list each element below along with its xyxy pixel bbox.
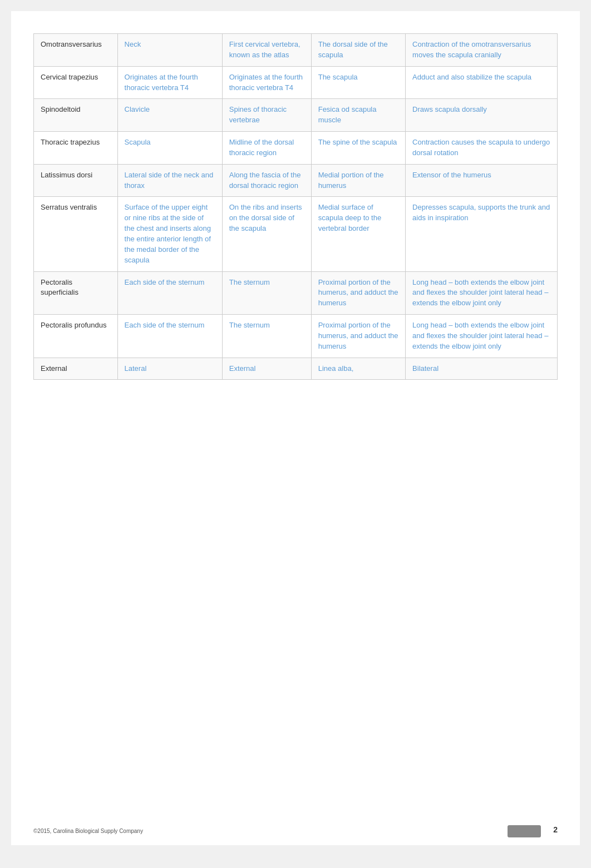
cell-4-4: Extensor of the humerus [406,164,558,197]
cell-5-0: Serratus ventralis [34,197,118,271]
cell-4-2: Along the fascia of the dorsal thoracic … [222,164,311,197]
cell-4-0: Latissimus dorsi [34,164,118,197]
cell-4-3: Medial portion of the humerus [311,164,405,197]
cell-5-2: On the ribs and inserts on the dorsal si… [222,197,311,271]
cell-5-1: Surface of the upper eight or nine ribs … [117,197,222,271]
cell-2-2: Spines of thoracic vertebrae [222,99,311,132]
cell-1-4: Adduct and also stabilize the scapula [406,66,558,99]
cell-7-4: Long head – both extends the elbow joint… [406,315,558,358]
cell-8-2: External [222,358,311,380]
cell-7-0: Pectoralis profundus [34,315,118,358]
cell-0-3: The dorsal side of the scapula [311,34,405,67]
cell-6-1: Each side of the sternum [117,271,222,315]
footer-text: ©2015, Carolina Biological Supply Compan… [33,828,143,834]
cell-3-2: Midline of the dorsal thoracic region [222,132,311,165]
cell-0-2: First cervical vertebra, known as the at… [222,34,311,67]
cell-6-2: The sternum [222,271,311,315]
cell-8-4: Bilateral [406,358,558,380]
cell-0-4: Contraction of the omotransversarius mov… [406,34,558,67]
page-number: 2 [553,825,558,834]
cell-2-0: Spinodeltoid [34,99,118,132]
page-container: OmotransversariusNeckFirst cervical vert… [11,11,580,845]
cell-8-0: External [34,358,118,380]
cell-3-3: The spine of the scapula [311,132,405,165]
cell-0-1: Neck [117,34,222,67]
muscle-table: OmotransversariusNeckFirst cervical vert… [33,33,558,380]
cell-0-0: Omotransversarius [34,34,118,67]
cell-7-1: Each side of the sternum [117,315,222,358]
cell-1-1: Originates at the fourth thoracic verteb… [117,66,222,99]
cell-5-3: Medial surface of scapula deep to the ve… [311,197,405,271]
table-row: Cervical trapeziusOriginates at the four… [34,66,558,99]
cell-6-4: Long head – both extends the elbow joint… [406,271,558,315]
cell-7-2: The sternum [222,315,311,358]
table-row: Pectoralis superficialisEach side of the… [34,271,558,315]
cell-1-0: Cervical trapezius [34,66,118,99]
cell-2-1: Clavicle [117,99,222,132]
cell-5-4: Depresses scapula, supports the trunk an… [406,197,558,271]
table-row: Latissimus dorsiLateral side of the neck… [34,164,558,197]
table-row: ExternalLateralExternalLinea alba,Bilate… [34,358,558,380]
cell-2-3: Fesica od scapula muscle [311,99,405,132]
table-row: OmotransversariusNeckFirst cervical vert… [34,34,558,67]
cell-1-3: The scapula [311,66,405,99]
cell-3-4: Contraction causes the scapula to underg… [406,132,558,165]
cell-8-3: Linea alba, [311,358,405,380]
cell-1-2: Originates at the fourth thoracic verteb… [222,66,311,99]
logo-icon [508,825,541,837]
cell-6-3: Proximal portion of the humerus, and add… [311,271,405,315]
cell-2-4: Draws scapula dorsally [406,99,558,132]
cell-6-0: Pectoralis superficialis [34,271,118,315]
cell-4-1: Lateral side of the neck and thorax [117,164,222,197]
table-row: SpinodeltoidClavicleSpines of thoracic v… [34,99,558,132]
cell-3-0: Thoracic trapezius [34,132,118,165]
table-row: Pectoralis profundusEach side of the ste… [34,315,558,358]
table-row: Serratus ventralisSurface of the upper e… [34,197,558,271]
cell-7-3: Proximal portion of the humerus, and add… [311,315,405,358]
cell-8-1: Lateral [117,358,222,380]
cell-3-1: Scapula [117,132,222,165]
table-row: Thoracic trapeziusScapulaMidline of the … [34,132,558,165]
